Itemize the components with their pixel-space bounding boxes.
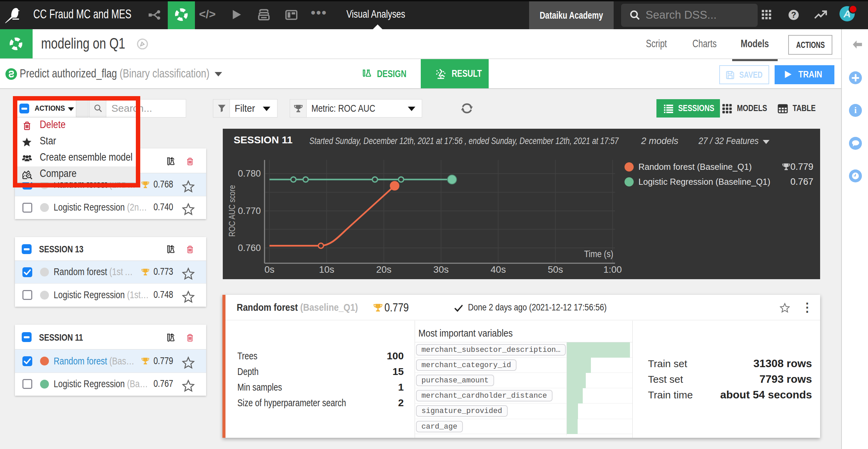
- svg-text:0.760: 0.760: [238, 243, 261, 253]
- svg-text:Time (s): Time (s): [584, 249, 613, 259]
- svg-text:ROC AUC score: ROC AUC score: [227, 185, 237, 237]
- svg-text:0.780: 0.780: [238, 168, 261, 179]
- svg-text:0s: 0s: [265, 264, 275, 275]
- svg-text:0.770: 0.770: [238, 206, 261, 216]
- svg-text:50s: 50s: [548, 264, 563, 275]
- svg-text:30s: 30s: [433, 264, 449, 275]
- svg-text:40s: 40s: [491, 264, 506, 275]
- svg-text:1:00: 1:00: [603, 264, 622, 275]
- svg-text:10s: 10s: [319, 264, 334, 275]
- svg-text:20s: 20s: [376, 264, 392, 275]
